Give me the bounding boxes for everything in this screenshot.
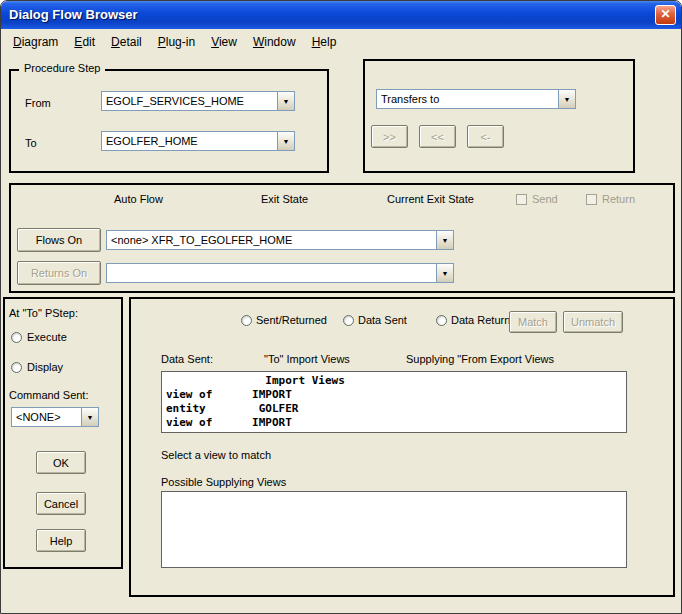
menu-bar: Diagram Edit Detail Plug-in View Window …	[1, 29, 681, 55]
menu-item-detail[interactable]: Detail	[103, 32, 150, 52]
flows-on-combobox[interactable]: <none> XFR_TO_EGOLFER_HOME ▼	[106, 230, 454, 250]
exit-state-header: Exit State	[261, 193, 308, 205]
views-list-line[interactable]: view of IMPORT	[162, 388, 626, 402]
views-list-line[interactable]: view of IMPORT	[162, 416, 626, 430]
data-sent-radio[interactable]	[343, 315, 354, 326]
menu-item-diagram[interactable]: Diagram	[5, 32, 66, 52]
pstep-panel: At "To" PStep: Execute Display Command S…	[3, 297, 123, 569]
sent-returned-radio[interactable]	[241, 315, 252, 326]
flows-on-combobox-dropdown-button[interactable]: ▼	[436, 231, 453, 249]
auto-flow-panel: Auto Flow Exit State Current Exit State …	[9, 183, 675, 293]
current-exit-state-header: Current Exit State	[387, 193, 474, 205]
pstep-title: At "To" PStep:	[9, 307, 78, 319]
to-label: To	[25, 137, 37, 149]
close-icon: ✕	[660, 7, 670, 21]
returns-on-button[interactable]: Returns On	[17, 261, 101, 285]
to-combobox[interactable]: EGOLFER_HOME ▼	[101, 131, 295, 151]
menu-item-help[interactable]: Help	[304, 32, 345, 52]
data-sent-radio-label: Data Sent	[358, 314, 407, 326]
display-radio[interactable]	[11, 362, 22, 373]
returns-on-combobox-value	[107, 264, 436, 282]
cancel-button[interactable]: Cancel	[36, 492, 86, 515]
menu-item-edit[interactable]: Edit	[66, 32, 103, 52]
execute-radio[interactable]	[11, 332, 22, 343]
command-sent-combobox-value: <NONE>	[12, 408, 81, 426]
menu-item-plugin[interactable]: Plug-in	[150, 32, 203, 52]
views-list-line: Import Views	[162, 374, 626, 388]
menu-item-window[interactable]: Window	[245, 32, 304, 52]
return-checkbox-label: Return	[602, 193, 635, 205]
transfers-to-combobox-value: Transfers to	[377, 90, 558, 108]
views-list-line[interactable]: entity GOLFER	[162, 402, 626, 416]
possible-supplying-views-label: Possible Supplying Views	[161, 476, 286, 488]
from-label: From	[25, 97, 51, 109]
from-combobox-value: EGOLF_SERVICES_HOME	[102, 92, 277, 110]
chevron-down-icon: ▼	[442, 270, 449, 277]
chevron-down-icon: ▼	[87, 414, 94, 421]
returns-on-combobox-dropdown-button[interactable]: ▼	[436, 264, 453, 282]
auto-flow-header: Auto Flow	[114, 193, 163, 205]
command-sent-label: Command Sent:	[9, 389, 88, 401]
from-combobox-dropdown-button[interactable]: ▼	[277, 92, 294, 110]
sent-returned-radio-label: Sent/Returned	[256, 314, 327, 326]
returns-on-combobox[interactable]: ▼	[106, 263, 454, 283]
select-view-hint: Select a view to match	[161, 449, 271, 461]
execute-radio-label: Execute	[27, 331, 67, 343]
chevron-down-icon: ▼	[283, 138, 290, 145]
close-button[interactable]: ✕	[655, 5, 676, 25]
flows-on-combobox-value: <none> XFR_TO_EGOLFER_HOME	[107, 231, 436, 249]
display-radio-label: Display	[27, 361, 63, 373]
send-checkbox[interactable]	[516, 194, 527, 205]
data-returned-radio[interactable]	[436, 315, 447, 326]
procedure-step-group-label: Procedure Step	[19, 62, 105, 74]
dialog-flow-browser-window: Dialog Flow Browser ✕ Diagram Edit Detai…	[0, 0, 682, 614]
help-button[interactable]: Help	[36, 529, 86, 552]
unmatch-button[interactable]: Unmatch	[563, 311, 623, 333]
command-sent-combobox[interactable]: <NONE> ▼	[11, 407, 99, 427]
match-button[interactable]: Match	[509, 311, 557, 333]
chevron-down-icon: ▼	[283, 98, 290, 105]
data-sent-views-listbox[interactable]: Import Views view of IMPORT entity GOLFE…	[161, 371, 627, 433]
chevron-down-icon: ▼	[442, 237, 449, 244]
supplying-from-export-views-label: Supplying "From Export Views	[406, 353, 554, 365]
title-bar[interactable]: Dialog Flow Browser ✕	[1, 1, 681, 29]
to-combobox-dropdown-button[interactable]: ▼	[277, 132, 294, 150]
to-import-views-label: "To" Import Views	[264, 353, 350, 365]
ok-button[interactable]: OK	[36, 451, 86, 474]
to-combobox-value: EGOLFER_HOME	[102, 132, 277, 150]
transfers-to-combobox[interactable]: Transfers to ▼	[376, 89, 576, 109]
transfer-forward-button[interactable]: >>	[371, 125, 408, 148]
possible-supplying-views-listbox[interactable]	[161, 491, 627, 568]
menu-item-view[interactable]: View	[203, 32, 245, 52]
transfers-panel: Transfers to ▼ >> << <-	[363, 59, 635, 173]
data-sent-column-label: Data Sent:	[161, 353, 213, 365]
transfer-left-button[interactable]: <-	[467, 125, 504, 148]
transfers-to-combobox-dropdown-button[interactable]: ▼	[558, 90, 575, 108]
flows-on-button[interactable]: Flows On	[17, 228, 101, 252]
procedure-step-panel: Procedure Step From EGOLF_SERVICES_HOME …	[9, 69, 329, 173]
chevron-down-icon: ▼	[564, 96, 571, 103]
from-combobox[interactable]: EGOLF_SERVICES_HOME ▼	[101, 91, 295, 111]
transfer-back-button[interactable]: <<	[419, 125, 456, 148]
command-sent-combobox-dropdown-button[interactable]: ▼	[81, 408, 98, 426]
match-panel: Sent/Returned Data Sent Data Returned Ma…	[129, 297, 675, 597]
send-checkbox-label: Send	[532, 193, 558, 205]
window-title: Dialog Flow Browser	[9, 1, 138, 28]
return-checkbox[interactable]	[586, 194, 597, 205]
